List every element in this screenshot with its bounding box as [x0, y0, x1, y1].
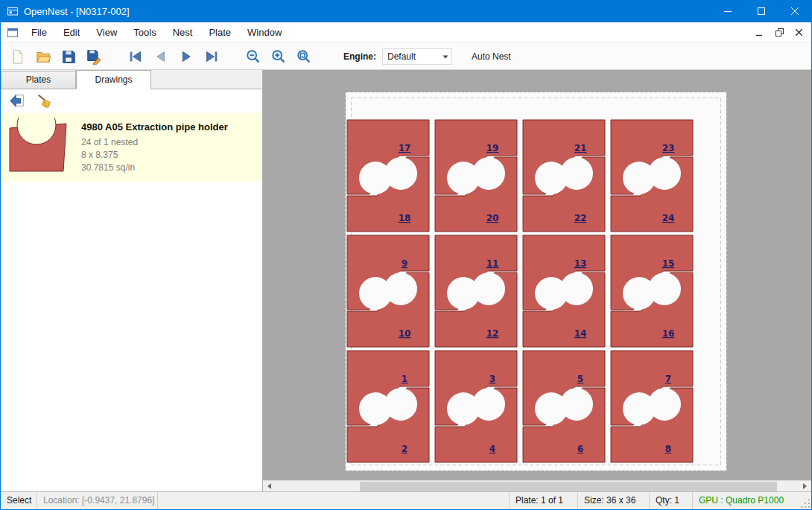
menu-plate[interactable]: Plate [200, 22, 239, 42]
nest-tile: 1314 [523, 235, 605, 347]
nest-tile: 34 [435, 351, 517, 462]
status-gpu: GPU : Quadro P1000 [692, 492, 798, 509]
zoom-out-button[interactable] [242, 45, 264, 68]
main-toolbar: Engine: Default Auto Nest [1, 43, 811, 70]
open-folder-icon [35, 48, 51, 65]
part-number[interactable]: 15 [662, 258, 675, 269]
menu-edit[interactable]: Edit [55, 22, 88, 42]
part-number[interactable]: 23 [662, 143, 675, 153]
last-plate-button[interactable] [200, 45, 223, 68]
part-number[interactable]: 10 [399, 328, 411, 339]
save-as-icon [86, 48, 102, 65]
part-number[interactable]: 5 [577, 374, 583, 384]
part-cutout [472, 272, 505, 305]
save-button[interactable] [57, 45, 80, 68]
zoom-fit-icon [296, 48, 312, 65]
tab-drawings[interactable]: Drawings [76, 70, 151, 89]
part-number[interactable]: 14 [574, 328, 587, 339]
part-number[interactable]: 18 [399, 213, 411, 223]
opennest-window: OpenNest - [N0317-002] File Edit View To… [0, 0, 812, 510]
scroll-left-button[interactable] [263, 481, 276, 491]
first-plate-button[interactable] [124, 45, 147, 68]
mdi-restore-icon [775, 28, 784, 36]
part-number[interactable]: 2 [402, 444, 407, 454]
app-icon [7, 5, 19, 17]
auto-nest-button[interactable]: Auto Nest [467, 49, 516, 64]
part-cutout [648, 272, 681, 305]
nest-tile: 1718 [347, 120, 429, 232]
resize-grip-icon [801, 499, 811, 509]
menu-nest[interactable]: Nest [165, 22, 201, 42]
next-plate-button[interactable] [175, 45, 197, 68]
main-area: Plates Drawings [1, 70, 811, 491]
resize-grip[interactable] [798, 492, 811, 509]
part-number[interactable]: 4 [489, 444, 495, 454]
nest-tile: 78 [611, 351, 693, 462]
drawing-dimensions: 8 x 8.375 [81, 149, 228, 162]
drawing-thumbnail [7, 118, 69, 176]
engine-select[interactable]: Default [382, 48, 452, 65]
tab-plates[interactable]: Plates [1, 71, 76, 89]
minimize-icon [724, 7, 732, 15]
status-spacer [157, 492, 509, 509]
zoom-in-icon [270, 48, 287, 65]
menu-window[interactable]: Window [239, 22, 290, 42]
mdi-restore-button[interactable] [770, 25, 789, 41]
part-number[interactable]: 3 [489, 374, 495, 384]
window-title: OpenNest - [N0317-002] [24, 6, 130, 17]
nest-tile: 910 [347, 235, 429, 347]
minimize-button[interactable] [711, 0, 744, 22]
part-number[interactable]: 19 [486, 143, 499, 153]
save-as-button[interactable] [83, 45, 105, 68]
mdi-minimize-button[interactable] [750, 25, 770, 41]
part-number[interactable]: 9 [402, 258, 407, 269]
part-number[interactable]: 1 [402, 374, 407, 384]
nest-tile: 12 [347, 351, 429, 462]
part-cutout [560, 272, 593, 305]
nest-tile: 1920 [435, 120, 517, 232]
last-arrow-icon [203, 48, 220, 65]
menu-bar: File Edit View Tools Nest Plate Window [1, 22, 811, 43]
nest-tile: 56 [523, 351, 605, 462]
mdi-close-button[interactable] [789, 25, 808, 41]
close-button[interactable] [778, 0, 811, 22]
part-number[interactable]: 7 [665, 374, 671, 384]
maximize-icon [758, 7, 765, 15]
drawing-list: 4980 A05 Extraction pipe holder 24 of 1 … [1, 113, 262, 491]
zoom-fit-button[interactable] [293, 45, 315, 68]
arrow-left-icon [9, 93, 25, 109]
engine-label: Engine: [343, 51, 376, 62]
chevron-down-icon [440, 51, 451, 63]
nest-canvas[interactable]: 171819202122232491011121314151612345678 [263, 70, 811, 491]
drawing-list-item[interactable]: 4980 A05 Extraction pipe holder 24 of 1 … [1, 113, 262, 182]
part-number[interactable]: 20 [486, 213, 499, 223]
clear-nest-button[interactable] [34, 92, 54, 111]
zoom-out-icon [245, 48, 261, 65]
open-button[interactable] [32, 45, 54, 68]
scroll-right-button[interactable] [799, 481, 811, 491]
menu-tools[interactable]: Tools [125, 22, 164, 42]
maximize-button[interactable] [744, 0, 778, 22]
part-number[interactable]: 24 [662, 213, 675, 223]
part-number[interactable]: 17 [399, 143, 411, 153]
part-number[interactable]: 11 [486, 258, 499, 269]
nest-tile: 1112 [435, 235, 517, 347]
part-number[interactable]: 21 [574, 143, 587, 153]
part-number[interactable]: 13 [574, 258, 587, 269]
zoom-in-button[interactable] [267, 45, 290, 68]
first-arrow-icon [127, 48, 144, 65]
previous-plate-button[interactable] [150, 45, 172, 68]
load-drawing-button[interactable] [7, 92, 28, 111]
drawing-title: 4980 A05 Extraction pipe holder [81, 121, 228, 133]
part-number[interactable]: 12 [486, 328, 499, 339]
part-number[interactable]: 22 [574, 213, 587, 223]
drawing-nested-count: 24 of 1 nested [81, 136, 228, 149]
part-number[interactable]: 16 [662, 328, 675, 339]
part-number[interactable]: 6 [577, 444, 583, 454]
menu-file[interactable]: File [23, 22, 55, 42]
new-button[interactable] [7, 45, 29, 68]
part-number[interactable]: 8 [665, 444, 671, 454]
new-file-icon [10, 48, 26, 65]
scrollbar-thumb[interactable] [360, 482, 777, 491]
menu-view[interactable]: View [88, 22, 125, 42]
